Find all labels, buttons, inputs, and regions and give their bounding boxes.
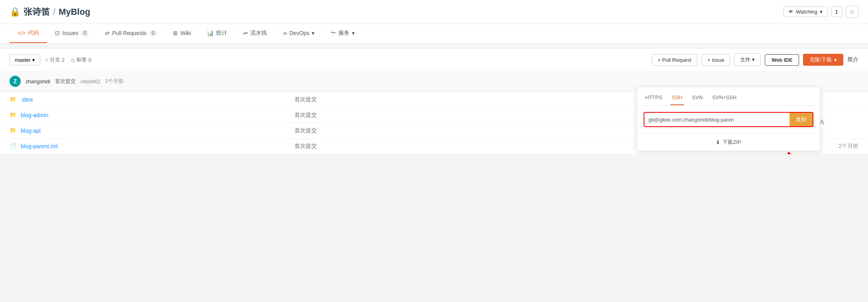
folder-icon: 📁 bbox=[10, 112, 17, 119]
header-actions: 👁 Watching ▾ 1 ☆ bbox=[783, 6, 858, 18]
tab-pulls[interactable]: ⇄ Pull Requests 0 bbox=[97, 24, 165, 43]
tab-pipeline-label: 流水线 bbox=[250, 29, 267, 37]
tab-pipeline[interactable]: ⇌ 流水线 bbox=[235, 24, 275, 43]
issue-button[interactable]: + Issue bbox=[701, 54, 730, 66]
commit-user[interactable]: zhangshidi bbox=[26, 78, 50, 84]
tab-stats-label: 统计 bbox=[216, 29, 227, 37]
issues-icon: ⊡ bbox=[55, 30, 60, 36]
tab-wiki-label: Wiki bbox=[180, 30, 190, 36]
clone-input-row: 复制 bbox=[644, 112, 813, 127]
watch-button[interactable]: 👁 Watching ▾ bbox=[783, 6, 828, 17]
issues-badge: 0 bbox=[81, 30, 89, 36]
watch-count-button[interactable]: 1 bbox=[831, 6, 842, 17]
watch-eye-icon: 👁 bbox=[788, 9, 793, 15]
clone-panel: HTTPS SSH SVN SVN+SSH 复制 ⬇ 下载ZIP bbox=[637, 87, 820, 151]
intro-button[interactable]: 简介 bbox=[847, 56, 858, 63]
commit-message: 首次提交 bbox=[55, 78, 76, 85]
branch-name: master bbox=[15, 57, 31, 63]
clone-tabs: HTTPS SSH SVN SVN+SSH bbox=[637, 87, 820, 106]
tab-code[interactable]: </> 代码 bbox=[10, 24, 47, 43]
copy-button[interactable]: 复制 bbox=[789, 113, 813, 126]
tag-icon: ◇ bbox=[71, 57, 75, 63]
folder-icon: 📁 bbox=[10, 127, 17, 134]
branch-count: 2 bbox=[62, 57, 65, 63]
service-icon: 〜 bbox=[330, 29, 336, 37]
clone-label: 克隆/下载 bbox=[809, 56, 832, 63]
clone-dropdown-icon: ▾ bbox=[834, 57, 837, 63]
lock-icon: 🔒 bbox=[10, 7, 20, 17]
file-name-blog-api[interactable]: blog-api bbox=[21, 127, 279, 134]
file-dropdown-icon: ▾ bbox=[752, 57, 755, 63]
toolbar-right: + Pull Request + Issue 文件 ▾ Web IDE 克隆/下… bbox=[652, 53, 858, 66]
branch-count-label: 分支 bbox=[50, 56, 60, 63]
clone-tab-svnssh[interactable]: SVN+SSH bbox=[711, 92, 738, 105]
clone-url-input[interactable] bbox=[644, 114, 789, 126]
tab-issues-label: Issues bbox=[62, 30, 78, 36]
file-document-icon: 📄 bbox=[10, 143, 17, 150]
tab-stats[interactable]: 📊 统计 bbox=[199, 24, 235, 43]
star-button[interactable]: ☆ bbox=[846, 6, 858, 18]
tab-service-label: 服务 bbox=[338, 29, 350, 37]
nav-tabs: </> 代码 ⊡ Issues 0 ⇄ Pull Requests 0 ⊞ Wi… bbox=[0, 24, 868, 43]
watch-label: Watching bbox=[796, 9, 817, 15]
branch-icon: ⑂ bbox=[45, 57, 48, 63]
clone-tab-ssh[interactable]: SSH bbox=[670, 92, 684, 105]
file-name-blog-parent[interactable]: blog-parent.iml bbox=[21, 143, 279, 149]
branch-meta: ⑂ 分支 2 bbox=[45, 56, 65, 63]
tab-devops-label: DevOps bbox=[289, 30, 310, 36]
devops-dropdown-icon: ▾ bbox=[312, 30, 314, 36]
stats-icon: 📊 bbox=[207, 30, 214, 36]
tab-service[interactable]: 〜 服务 ▾ bbox=[322, 24, 363, 43]
tab-issues[interactable]: ⊡ Issues 0 bbox=[47, 24, 97, 43]
pulls-badge: 0 bbox=[149, 30, 157, 36]
clone-button[interactable]: 克隆/下载 ▾ bbox=[803, 54, 843, 66]
tab-wiki[interactable]: ⊞ Wiki bbox=[165, 24, 198, 43]
pulls-icon: ⇄ bbox=[105, 30, 110, 36]
tag-label: 标签 bbox=[77, 56, 87, 63]
toolbar: master ▾ ⑂ 分支 2 ◇ 标签 0 + Pull Request + … bbox=[0, 48, 868, 71]
avatar: Z bbox=[10, 76, 21, 87]
pipeline-icon: ⇌ bbox=[243, 30, 248, 36]
repo-title: 🔒 张诗笛 / MyBlog bbox=[10, 6, 90, 18]
download-zip-button[interactable]: ⬇ 下载ZIP bbox=[637, 133, 820, 151]
clone-body: 复制 bbox=[637, 106, 820, 133]
file-label: 文件 bbox=[740, 57, 750, 63]
download-icon: ⬇ bbox=[716, 139, 720, 145]
download-zip-label: 下载ZIP bbox=[723, 139, 741, 146]
code-icon: </> bbox=[18, 30, 26, 36]
meta-info: ⑂ 分支 2 ◇ 标签 0 bbox=[45, 56, 91, 63]
repo-name[interactable]: MyBlog bbox=[59, 7, 90, 17]
wiki-icon: ⊞ bbox=[173, 30, 178, 36]
service-dropdown-icon: ▾ bbox=[352, 30, 355, 36]
file-name-idea[interactable]: .idea bbox=[21, 96, 279, 103]
commit-hash[interactable]: c6ed462 bbox=[81, 78, 100, 84]
webide-button[interactable]: Web IDE bbox=[765, 54, 799, 66]
tab-pulls-label: Pull Requests bbox=[112, 30, 146, 36]
commit-time: 2个月前 bbox=[105, 78, 124, 85]
tag-count: 0 bbox=[88, 57, 91, 63]
tab-devops[interactable]: ∞ DevOps ▾ bbox=[275, 24, 323, 43]
pull-request-button[interactable]: + Pull Request bbox=[652, 54, 697, 66]
file-button[interactable]: 文件 ▾ bbox=[734, 53, 761, 66]
branch-dropdown-icon: ▾ bbox=[32, 57, 35, 63]
tag-meta: ◇ 标签 0 bbox=[71, 56, 91, 63]
folder-icon: 📁 bbox=[10, 96, 17, 103]
devops-icon: ∞ bbox=[283, 30, 287, 36]
repo-owner[interactable]: 张诗笛 bbox=[24, 6, 50, 18]
watch-dropdown-icon: ▾ bbox=[820, 9, 823, 15]
clone-tab-svn[interactable]: SVN bbox=[690, 92, 704, 105]
file-name-blog-admin[interactable]: blog-admin bbox=[21, 112, 279, 118]
tab-code-label: 代码 bbox=[28, 29, 39, 37]
separator: / bbox=[53, 7, 55, 17]
branch-select[interactable]: master ▾ bbox=[10, 55, 40, 65]
clone-tab-https[interactable]: HTTPS bbox=[644, 92, 664, 105]
